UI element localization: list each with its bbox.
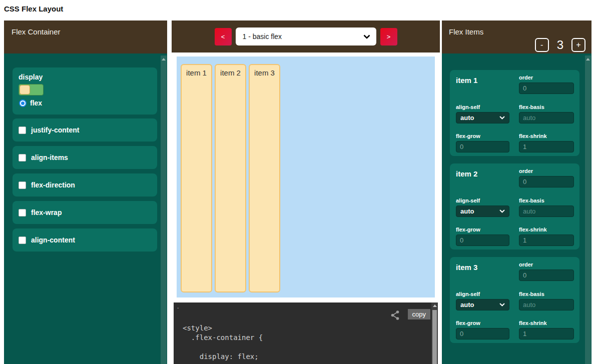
- align-content-label: align-content: [31, 236, 75, 244]
- item-1-flex-shrink-input[interactable]: [519, 141, 574, 152]
- item-1-name: item 1: [456, 74, 509, 98]
- property-card-flex-direction: flex-direction: [13, 174, 157, 196]
- align-self-label: align-self: [456, 198, 509, 204]
- flex-radio-dot: [21, 102, 25, 105]
- page-title: CSS Flex Layout: [4, 4, 63, 13]
- item-1-align-self-value: auto: [460, 114, 474, 122]
- align-self-label: align-self: [456, 291, 509, 297]
- item-1-align-self-select[interactable]: auto: [456, 112, 509, 124]
- justify-content-label: justify-content: [31, 126, 79, 134]
- item-2-flex-grow-input[interactable]: [456, 234, 509, 246]
- flex-radio[interactable]: [19, 100, 27, 107]
- flex-items-panel-header: Flex Items - 3 +: [442, 20, 591, 54]
- flex-container-panel-body: display flex justify-content align-items…: [4, 54, 167, 364]
- flex-basis-label: flex-basis: [519, 104, 574, 110]
- property-card-align-items: align-items: [13, 146, 157, 169]
- code-cursor-dot: .: [177, 303, 179, 310]
- flex-grow-label: flex-grow: [456, 226, 509, 232]
- item-2-flex-basis-input[interactable]: [519, 206, 574, 217]
- preview-flex-item-1: item 1: [181, 64, 212, 292]
- item-2-card: item 2 order align-self auto flex-basis: [450, 164, 579, 250]
- flex-wrap-checkbox[interactable]: [19, 209, 26, 216]
- preview-header: < 1 - basic flex >: [172, 20, 440, 52]
- flex-shrink-label: flex-shrink: [519, 320, 574, 326]
- order-label: order: [519, 74, 574, 80]
- code-scrollbar[interactable]: [431, 302, 438, 364]
- item-3-flex-shrink-input[interactable]: [519, 328, 574, 340]
- flex-radio-label: flex: [30, 99, 42, 107]
- item-3-flex-grow-input[interactable]: [456, 328, 509, 340]
- display-toggle-knob[interactable]: [20, 85, 30, 94]
- item-1-flex-basis-input[interactable]: [519, 112, 574, 124]
- code-panel: . copy <style> .flex-container { display…: [174, 302, 438, 364]
- property-card-justify-content: justify-content: [13, 118, 157, 142]
- align-self-label: align-self: [456, 104, 509, 110]
- flex-container-panel: Flex Container display flex justify-cont…: [4, 20, 167, 364]
- flex-direction-checkbox[interactable]: [19, 182, 26, 189]
- order-label: order: [519, 262, 574, 268]
- align-content-checkbox[interactable]: [19, 236, 26, 244]
- item-2-align-self-value: auto: [460, 208, 474, 215]
- generated-css-code: <style> .flex-container { display: flex;: [183, 324, 431, 362]
- item-1-flex-grow-input[interactable]: [456, 141, 509, 152]
- item-3-flex-basis-input[interactable]: [519, 299, 574, 310]
- flex-items-panel-title: Flex Items: [449, 28, 483, 36]
- property-card-flex-wrap: flex-wrap: [13, 201, 157, 224]
- previous-example-button[interactable]: <: [215, 28, 232, 46]
- flex-items-panel-body: item 1 order align-self auto flex-basis: [442, 54, 591, 364]
- flex-direction-label: flex-direction: [31, 181, 75, 189]
- preview-flex-item-2: item 2: [215, 64, 246, 292]
- display-card: display flex: [13, 68, 157, 114]
- flex-basis-label: flex-basis: [519, 198, 574, 204]
- share-icon: [390, 310, 400, 322]
- align-items-checkbox[interactable]: [19, 154, 26, 162]
- next-example-button[interactable]: >: [380, 28, 397, 46]
- flex-container-panel-title: Flex Container: [12, 28, 61, 36]
- flex-container-scrollbar[interactable]: [161, 56, 167, 364]
- example-select[interactable]: 1 - basic flex: [236, 28, 376, 46]
- item-1-card: item 1 order align-self auto flex-basis: [450, 70, 579, 156]
- scroll-up-icon[interactable]: [586, 58, 590, 60]
- item-2-order-input[interactable]: [519, 176, 574, 188]
- display-label: display: [19, 73, 43, 81]
- property-card-align-content: align-content: [13, 228, 157, 252]
- example-select-value: 1 - basic flex: [243, 32, 282, 40]
- chevron-down-icon: [499, 210, 505, 213]
- code-scroll-up-icon[interactable]: [433, 304, 437, 307]
- display-toggle[interactable]: [19, 84, 44, 96]
- chevron-down-icon: [499, 116, 505, 120]
- flex-items-panel: Flex Items - 3 + item 1 order align-self…: [442, 20, 591, 364]
- scroll-up-icon[interactable]: [162, 58, 166, 60]
- flex-basis-label: flex-basis: [519, 291, 574, 297]
- share-button[interactable]: [390, 310, 400, 322]
- flex-preview-container: item 1 item 2 item 3: [177, 56, 435, 298]
- chevron-down-icon: [363, 34, 370, 39]
- preview-flex-item-3: item 3: [249, 64, 280, 292]
- item-3-card: item 3 order align-self auto flex-basis: [450, 257, 579, 343]
- copy-button[interactable]: copy: [408, 309, 430, 320]
- item-1-order-input[interactable]: [519, 82, 574, 94]
- item-2-name: item 2: [456, 168, 509, 191]
- flex-shrink-label: flex-shrink: [519, 226, 574, 232]
- chevron-down-icon: [499, 303, 505, 306]
- item-count-stepper: - 3 +: [535, 38, 585, 52]
- item-3-order-input[interactable]: [519, 270, 574, 281]
- item-count: 3: [557, 38, 563, 52]
- decrease-items-button[interactable]: -: [535, 38, 549, 52]
- flex-shrink-label: flex-shrink: [519, 133, 574, 139]
- item-2-flex-shrink-input[interactable]: [519, 234, 574, 246]
- order-label: order: [519, 168, 574, 174]
- item-2-align-self-select[interactable]: auto: [456, 206, 509, 217]
- justify-content-checkbox[interactable]: [19, 126, 26, 134]
- flex-grow-label: flex-grow: [456, 320, 509, 326]
- flex-grow-label: flex-grow: [456, 133, 509, 139]
- item-3-align-self-value: auto: [460, 301, 474, 308]
- code-scroll-thumb[interactable]: [432, 310, 437, 364]
- item-3-align-self-select[interactable]: auto: [456, 299, 509, 310]
- flex-wrap-label: flex-wrap: [31, 208, 62, 216]
- flex-container-panel-header: Flex Container: [4, 20, 167, 54]
- align-items-label: align-items: [31, 154, 68, 162]
- increase-items-button[interactable]: +: [571, 38, 585, 52]
- preview-panel: < 1 - basic flex > item 1 item 2 item 3 …: [172, 20, 440, 364]
- flex-items-scrollbar[interactable]: [585, 56, 591, 364]
